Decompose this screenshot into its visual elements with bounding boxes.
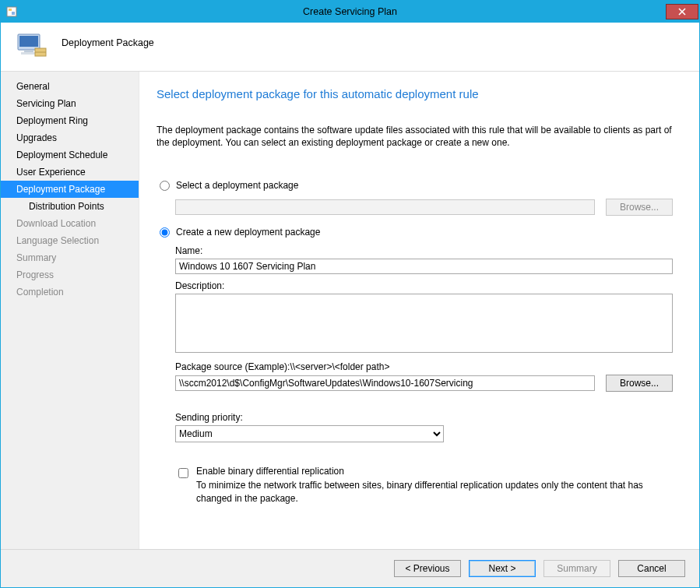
content-panel: Select deployment package for this autom… [139,72,699,549]
binary-diff-row: Enable binary differential replication T… [157,466,673,504]
content-intro: The deployment package contains the soft… [157,124,673,149]
svg-rect-1 [9,9,12,11]
wizard-body: General Servicing Plan Deployment Ring U… [1,72,699,549]
description-field[interactable] [175,294,673,353]
svg-rect-8 [21,52,37,55]
sidebar-item-general[interactable]: General [1,78,139,95]
sidebar-item-summary: Summary [1,249,139,266]
content-heading: Select deployment package for this autom… [157,87,673,100]
select-package-label: Select a deployment package [176,180,298,191]
svg-rect-2 [12,12,15,15]
binary-diff-checkbox[interactable] [178,468,188,478]
create-package-radio[interactable] [160,227,170,238]
sidebar-item-language-selection: Language Selection [1,232,139,249]
name-field[interactable] [175,259,673,274]
binary-diff-help: To minimize the network traffic between … [196,479,673,504]
sidebar-item-distribution-points[interactable]: Distribution Points [1,198,139,215]
create-package-radio-row: Create a new deployment package [157,227,673,238]
page-title: Deployment Package [62,37,154,48]
summary-button: Summary [543,560,610,577]
sidebar-item-deployment-schedule[interactable]: Deployment Schedule [1,146,139,164]
sidebar-item-user-experience[interactable]: User Experience [1,164,139,181]
priority-label: Sending priority: [175,412,673,423]
close-button[interactable] [666,4,698,19]
select-package-radio-row: Select a deployment package [157,180,673,191]
titlebar: Create Servicing Plan [1,1,699,23]
svg-rect-6 [19,36,38,47]
sidebar-item-deployment-package[interactable]: Deployment Package [1,181,139,198]
deployment-package-icon [15,30,49,64]
app-icon [5,5,18,18]
browse-source-button[interactable]: Browse... [606,375,673,392]
cancel-button[interactable]: Cancel [618,560,685,577]
svg-rect-7 [24,50,33,52]
name-label: Name: [175,245,673,256]
wizard-header: Deployment Package [1,23,699,72]
sidebar-item-download-location: Download Location [1,215,139,232]
priority-select[interactable]: Medium [175,425,444,442]
sidebar: General Servicing Plan Deployment Ring U… [1,72,139,549]
sidebar-item-progress: Progress [1,266,139,283]
sidebar-item-completion: Completion [1,283,139,301]
wizard-window: Create Servicing Plan Deployment Package… [0,0,700,588]
binary-diff-label: Enable binary differential replication [196,466,673,477]
select-package-field [175,199,595,215]
select-package-radio[interactable] [160,181,170,191]
browse-existing-button: Browse... [606,199,673,216]
wizard-footer: < Previous Next > Summary Cancel [1,549,699,587]
sidebar-item-servicing-plan[interactable]: Servicing Plan [1,95,139,112]
next-button[interactable]: Next > [469,560,536,577]
sidebar-item-upgrades[interactable]: Upgrades [1,129,139,146]
previous-button[interactable]: < Previous [394,560,461,577]
package-source-field[interactable] [175,375,595,391]
sidebar-item-deployment-ring[interactable]: Deployment Ring [1,112,139,129]
create-package-label: Create a new deployment package [176,227,320,238]
package-source-label: Package source (Example):\\<server>\<fol… [175,361,673,372]
description-label: Description: [175,280,673,291]
window-title: Create Servicing Plan [1,6,699,17]
